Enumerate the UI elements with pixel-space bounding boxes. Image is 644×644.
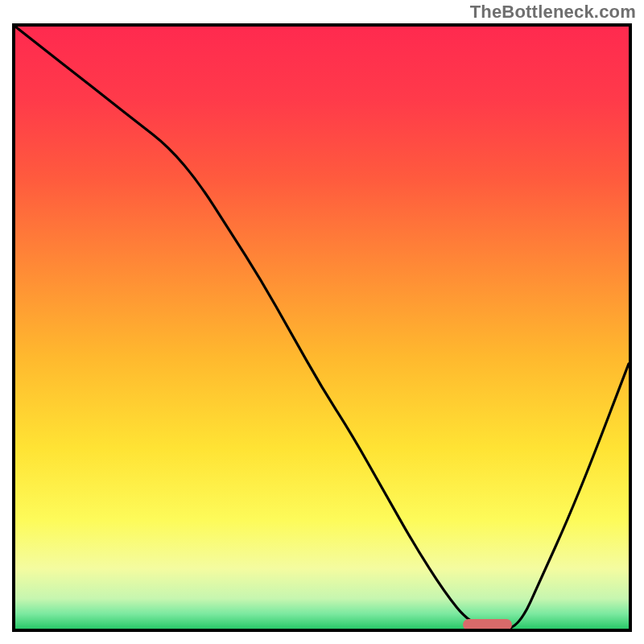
chart-frame bbox=[12, 23, 632, 632]
bottleneck-curve bbox=[15, 27, 629, 629]
chart-canvas bbox=[15, 27, 629, 629]
optimal-marker bbox=[463, 619, 512, 630]
watermark-text: TheBottleneck.com bbox=[470, 2, 636, 23]
curve-layer bbox=[15, 27, 629, 629]
